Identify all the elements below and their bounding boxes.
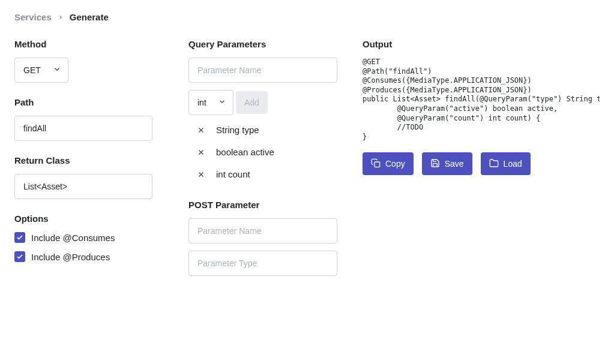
save-label: Save	[445, 159, 464, 169]
chevron-right-icon	[58, 12, 64, 22]
param-type-value: int	[197, 98, 206, 107]
copy-label: Copy	[385, 159, 405, 169]
param-item: boolean active	[188, 141, 339, 163]
method-select[interactable]: GET	[14, 58, 68, 83]
copy-icon	[371, 158, 381, 170]
add-param-button[interactable]: Add	[236, 91, 268, 114]
param-type-select[interactable]: int	[188, 90, 233, 115]
method-value: GET	[23, 65, 41, 75]
save-icon	[430, 158, 440, 170]
save-button[interactable]: Save	[422, 152, 472, 175]
output-code: @GET @Path("findAll") @Consumes({MediaTy…	[363, 58, 600, 142]
param-item: int count	[188, 163, 339, 185]
options-label: Options	[14, 213, 164, 224]
include-produces-label: Include @Produces	[31, 252, 110, 262]
param-item: String type	[188, 119, 339, 141]
output-label: Output	[363, 39, 600, 49]
remove-param-button[interactable]	[197, 148, 205, 157]
remove-param-button[interactable]	[197, 170, 205, 179]
include-consumes-label: Include @Consumes	[31, 233, 115, 243]
include-consumes-checkbox[interactable]	[14, 232, 25, 243]
svg-rect-6	[375, 162, 380, 167]
load-label: Load	[504, 159, 522, 169]
return-class-input[interactable]	[14, 174, 152, 199]
return-class-label: Return Class	[14, 155, 164, 166]
post-parameter-label: POST Parameter	[188, 200, 339, 210]
param-name-input[interactable]	[188, 58, 337, 83]
remove-param-button[interactable]	[197, 126, 205, 134]
include-produces-checkbox[interactable]	[14, 251, 25, 262]
param-text: boolean active	[216, 147, 274, 157]
breadcrumb: Services Generate	[14, 12, 600, 22]
post-type-input[interactable]	[188, 251, 337, 276]
breadcrumb-current: Generate	[70, 12, 109, 22]
param-text: int count	[216, 169, 250, 179]
breadcrumb-services[interactable]: Services	[14, 12, 52, 22]
copy-button[interactable]: Copy	[363, 152, 414, 175]
folder-open-icon	[489, 158, 499, 170]
path-label: Path	[14, 97, 164, 107]
param-text: String type	[216, 125, 259, 135]
query-parameters-label: Query Parameters	[188, 39, 339, 49]
method-label: Method	[14, 39, 164, 49]
post-name-input[interactable]	[188, 218, 337, 243]
path-input[interactable]	[14, 116, 152, 141]
load-button[interactable]: Load	[481, 152, 531, 175]
